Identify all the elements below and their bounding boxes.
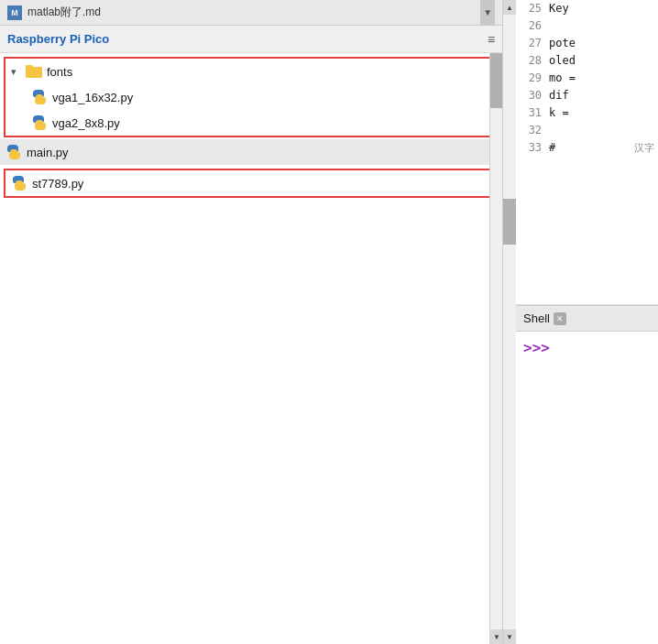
line-num-28: 28 (520, 54, 542, 67)
line-content-25: Key (549, 2, 569, 15)
explorer-header: Raspberry Pi Pico ≡ (0, 26, 502, 53)
file-explorer: Raspberry Pi Pico ≡ ▾ fonts vga1_1 (0, 26, 502, 644)
explorer-title: Raspberry Pi Pico (7, 32, 109, 46)
fonts-group-highlight: ▾ fonts vga1_16x32.py (4, 57, 499, 137)
shell-tab-label: Shell (523, 311, 550, 325)
folder-icon (26, 65, 42, 78)
line-num-33: 33 (520, 141, 542, 154)
file-type-icon: M (7, 5, 22, 20)
explorer-menu-icon[interactable]: ≡ (488, 32, 495, 47)
line-num-26: 26 (520, 19, 542, 32)
right-panel: 25 Key 26 27 pote 28 oled 29 mo = 30 dif… (516, 0, 658, 644)
code-line-25: 25 Key (516, 2, 658, 19)
expand-arrow-fonts: ▾ (11, 66, 22, 78)
top-bar-filename: matlab附了.md (27, 5, 101, 20)
file-list-scrollbar[interactable]: ▲ ▼ (489, 53, 502, 644)
python-icon-main (5, 144, 22, 160)
file-list[interactable]: ▾ fonts vga1_16x32.py (0, 53, 502, 644)
scroll-down-arrow[interactable]: ▼ (490, 629, 502, 644)
shell-panel: Shell ✕ >>> (516, 305, 658, 644)
file-label-vga1: vga1_16x32.py (52, 91, 133, 104)
code-line-26: 26 (516, 19, 658, 37)
code-line-32: 32 (516, 124, 658, 141)
line-content-29: mo = (549, 71, 576, 84)
shell-prompt: >>> (523, 339, 550, 356)
folder-label-fonts: fonts (47, 65, 72, 79)
line-num-27: 27 (520, 37, 542, 49)
line-content-31: k = (549, 106, 569, 119)
code-line-27: 27 pote (516, 37, 658, 54)
main-scroll-up[interactable]: ▲ (503, 0, 516, 15)
line-content-27: pote (549, 37, 576, 49)
empty-space (0, 198, 502, 564)
shell-content[interactable]: >>> (516, 332, 658, 644)
line-content-30: dif (549, 89, 569, 102)
line-content-28: oled (549, 54, 576, 67)
file-label-vga2: vga2_8x8.py (52, 116, 120, 130)
line-num-31: 31 (520, 106, 542, 119)
shell-close-icon: ✕ (556, 314, 564, 323)
line-content-33: # (549, 141, 555, 154)
file-item-main[interactable]: main.py (0, 139, 502, 165)
file-item-vga2[interactable]: vga2_8x8.py (26, 110, 497, 136)
main-vertical-scrollbar[interactable]: ▲ ▼ (503, 0, 516, 644)
st7789-group-highlight: st7789.py (4, 169, 499, 198)
line-num-32: 32 (520, 124, 542, 136)
line-num-25: 25 (520, 2, 542, 15)
python-icon-vga1 (31, 89, 48, 105)
code-line-29: 29 mo = (516, 71, 658, 89)
python-icon-vga2 (31, 115, 48, 131)
file-item-vga1[interactable]: vga1_16x32.py (26, 84, 497, 110)
file-label-main: main.py (27, 146, 69, 159)
main-scroll-thumb[interactable] (503, 199, 516, 245)
code-line-31: 31 k = (516, 106, 658, 124)
scroll-thumb[interactable] (490, 53, 502, 108)
folder-item-fonts[interactable]: ▾ fonts (5, 59, 497, 84)
line-num-30: 30 (520, 89, 542, 102)
code-line-30: 30 dif (516, 89, 658, 106)
file-item-st7789[interactable]: st7789.py (5, 170, 497, 196)
line-num-29: 29 (520, 71, 542, 84)
top-bar-arrow[interactable]: ▼ (480, 0, 495, 26)
line-33-suffix: 汉字 (634, 141, 654, 155)
main-scroll-track (503, 15, 516, 629)
main-scroll-down[interactable]: ▼ (503, 629, 516, 644)
shell-tab-close-button[interactable]: ✕ (554, 312, 566, 325)
shell-tab[interactable]: Shell ✕ (516, 306, 658, 332)
code-area: 25 Key 26 27 pote 28 oled 29 mo = 30 dif… (516, 0, 658, 305)
python-icon-st7789 (11, 175, 27, 191)
top-bar: M matlab附了.md ▼ (0, 0, 502, 26)
code-line-33: 33 # 汉字 (516, 141, 658, 158)
file-label-st7789: st7789.py (32, 177, 83, 191)
code-line-28: 28 oled (516, 54, 658, 71)
